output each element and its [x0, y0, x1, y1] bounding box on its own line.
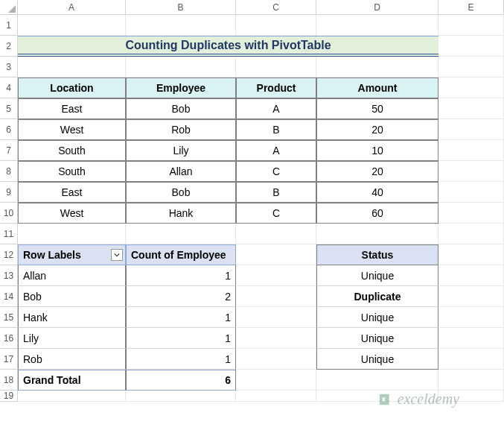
row-header-3[interactable]: 3	[0, 57, 18, 78]
table-row[interactable]: 60	[316, 203, 438, 224]
cell-F10[interactable]	[438, 203, 504, 224]
status-cell[interactable]: Unique	[316, 307, 438, 328]
row-header-17[interactable]: 17	[0, 349, 18, 370]
table-row[interactable]: East	[18, 98, 126, 119]
cell-F7[interactable]	[438, 140, 504, 161]
cell-E3[interactable]	[316, 57, 438, 78]
cell-E1[interactable]	[316, 15, 438, 36]
row-header-13[interactable]: 13	[0, 265, 18, 286]
cell-F16[interactable]	[438, 328, 504, 349]
pivot-count[interactable]: 1	[126, 328, 236, 349]
cell-F18[interactable]	[438, 370, 504, 391]
table-row[interactable]: B	[236, 119, 316, 140]
row-header-9[interactable]: 9	[0, 182, 18, 203]
status-cell[interactable]: Unique	[316, 265, 438, 286]
cell-C3[interactable]	[126, 57, 236, 78]
pivot-row-labels-header[interactable]: Row Labels	[18, 244, 126, 265]
pivot-row[interactable]: Lily	[18, 328, 126, 349]
row-header-8[interactable]: 8	[0, 161, 18, 182]
table-row[interactable]: C	[236, 161, 316, 182]
col-header-A[interactable]: A	[18, 0, 126, 15]
cell-F5[interactable]	[438, 98, 504, 119]
pivot-row[interactable]: Bob	[18, 286, 126, 307]
row-header-16[interactable]: 16	[0, 328, 18, 349]
row-header-19[interactable]: 19	[0, 391, 18, 402]
table-row[interactable]: Bob	[126, 182, 236, 203]
table-row[interactable]: South	[18, 161, 126, 182]
cell-F2[interactable]	[438, 36, 504, 57]
cell-F14[interactable]	[438, 286, 504, 307]
row-header-6[interactable]: 6	[0, 119, 18, 140]
row-header-11[interactable]: 11	[0, 224, 18, 244]
cell-F6[interactable]	[438, 119, 504, 140]
table-row[interactable]: 40	[316, 182, 438, 203]
cell-B11[interactable]	[18, 224, 126, 244]
table-row[interactable]: C	[236, 203, 316, 224]
cell-D12[interactable]	[236, 244, 316, 265]
table-row[interactable]: Allan	[126, 161, 236, 182]
row-header-10[interactable]: 10	[0, 203, 18, 224]
table-row[interactable]: Rob	[126, 119, 236, 140]
row-header-14[interactable]: 14	[0, 286, 18, 307]
table-row[interactable]: South	[18, 140, 126, 161]
table1-header-employee[interactable]: Employee	[126, 78, 236, 98]
row-header-2[interactable]: 2	[0, 36, 18, 57]
table-row[interactable]: 50	[316, 98, 438, 119]
table-row[interactable]: B	[236, 182, 316, 203]
pivot-filter-dropdown[interactable]	[111, 249, 123, 261]
pivot-count[interactable]: 2	[126, 286, 236, 307]
cell-F4[interactable]	[438, 78, 504, 98]
cell-E18[interactable]	[316, 370, 438, 391]
table-row[interactable]: East	[18, 182, 126, 203]
cell-F11[interactable]	[438, 224, 504, 244]
cell-F3[interactable]	[438, 57, 504, 78]
cell-F13[interactable]	[438, 265, 504, 286]
row-header-15[interactable]: 15	[0, 307, 18, 328]
row-header-12[interactable]: 12	[0, 244, 18, 265]
cell-C1[interactable]	[126, 15, 236, 36]
cell-D11[interactable]	[236, 224, 316, 244]
status-cell[interactable]: Unique	[316, 328, 438, 349]
status-cell[interactable]: Unique	[316, 349, 438, 370]
cell-F17[interactable]	[438, 349, 504, 370]
table1-header-amount[interactable]: Amount	[316, 78, 438, 98]
table-row[interactable]: A	[236, 98, 316, 119]
table-row[interactable]: 20	[316, 119, 438, 140]
cell-B1[interactable]	[18, 15, 126, 36]
row-header-1[interactable]: 1	[0, 15, 18, 36]
cell-C11[interactable]	[126, 224, 236, 244]
table1-header-product[interactable]: Product	[236, 78, 316, 98]
row-header-4[interactable]: 4	[0, 78, 18, 98]
col-header-E[interactable]: E	[438, 0, 504, 15]
cell-D14[interactable]	[236, 286, 316, 307]
pivot-count[interactable]: 1	[126, 349, 236, 370]
cell-D17[interactable]	[236, 349, 316, 370]
cell-D18[interactable]	[236, 370, 316, 391]
pivot-count[interactable]: 1	[126, 307, 236, 328]
table-row[interactable]: Hank	[126, 203, 236, 224]
pivot-row[interactable]: Hank	[18, 307, 126, 328]
table-row[interactable]: Bob	[126, 98, 236, 119]
pivot-grand-total-label[interactable]: Grand Total	[18, 370, 126, 391]
cell-F15[interactable]	[438, 307, 504, 328]
table-row[interactable]: West	[18, 203, 126, 224]
table-row[interactable]: 20	[316, 161, 438, 182]
cell-C19[interactable]	[126, 391, 236, 402]
table-row[interactable]: Lily	[126, 140, 236, 161]
cell-D3[interactable]	[236, 57, 316, 78]
table-row[interactable]: 10	[316, 140, 438, 161]
col-header-B[interactable]: B	[126, 0, 236, 15]
pivot-row[interactable]: Allan	[18, 265, 126, 286]
row-header-7[interactable]: 7	[0, 140, 18, 161]
col-header-C[interactable]: C	[236, 0, 316, 15]
cell-F1[interactable]	[438, 15, 504, 36]
pivot-count[interactable]: 1	[126, 265, 236, 286]
cell-D16[interactable]	[236, 328, 316, 349]
pivot-count-header[interactable]: Count of Employee	[126, 244, 236, 265]
table-row[interactable]: West	[18, 119, 126, 140]
cell-F19[interactable]	[438, 391, 504, 402]
cell-F12[interactable]	[438, 244, 504, 265]
pivot-row[interactable]: Rob	[18, 349, 126, 370]
cell-F9[interactable]	[438, 182, 504, 203]
select-all-corner[interactable]	[0, 0, 18, 15]
